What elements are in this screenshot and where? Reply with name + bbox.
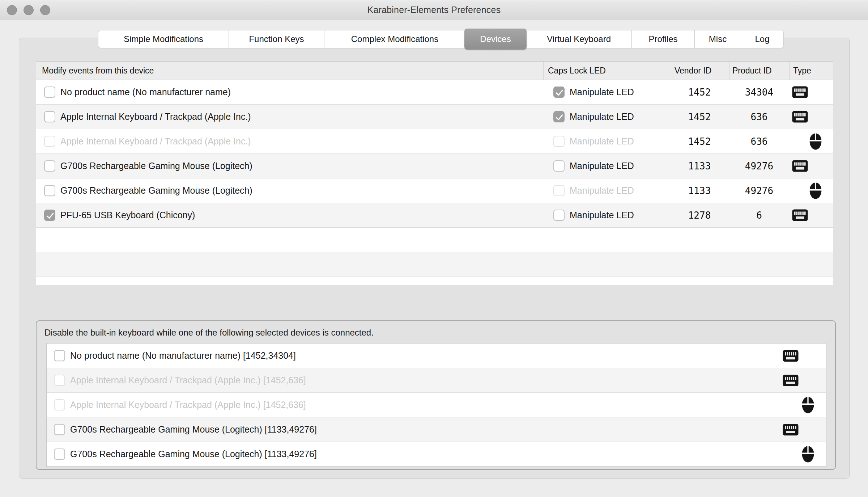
modify-events-checkbox[interactable] [44,87,55,98]
device-row: No product name (No manufacturer name) M… [36,80,833,105]
device-name-cell: No product name (No manufacturer name) [36,80,543,104]
modify-events-checkbox[interactable] [44,136,55,147]
keyboard-icon [783,374,799,386]
tab[interactable]: Profiles [631,30,694,48]
disable-device-row: G700s Rechargeable Gaming Mouse (Logitec… [47,417,826,442]
modify-events-checkbox[interactable] [44,210,55,221]
device-name: G700s Rechargeable Gaming Mouse (Logitec… [70,424,317,435]
tab-label: Complex Modifications [351,34,438,44]
device-type-cell [789,203,833,227]
manipulate-led-label: Manipulate LED [570,185,634,196]
manipulate-led-checkbox[interactable] [553,111,565,122]
keyboard-icon [792,160,808,172]
product-id-value: 34304 [729,80,789,104]
manipulate-led-label: Manipulate LED [570,111,634,122]
vendor-id-value: 1133 [670,178,729,203]
modify-events-checkbox[interactable] [44,185,55,196]
disable-device-checkbox[interactable] [54,424,65,435]
tab-label: Simple Modifications [124,34,203,44]
zoom-button[interactable] [40,5,50,15]
empty-row [36,228,833,252]
device-table: Modify events from this device Caps Lock… [36,61,833,285]
caps-lock-led-cell: Manipulate LED [543,129,670,153]
tab-label: Log [755,34,769,44]
keyboard-icon [792,86,808,98]
manipulate-led-label: Manipulate LED [570,87,634,97]
tab[interactable]: Simple Modifications [98,30,229,48]
mouse-icon [809,133,822,150]
device-name: Apple Internal Keyboard / Trackpad (Appl… [60,111,251,122]
device-table-header: Modify events from this device Caps Lock… [36,62,833,80]
column-header-modify-events: Modify events from this device [36,62,543,80]
tab-label: Function Keys [249,34,304,44]
disable-device-checkbox[interactable] [54,375,65,386]
device-name: PFU-65 USB Keyboard (Chicony) [60,210,195,220]
window-controls [7,0,50,20]
device-name: No product name (No manufacturer name) [60,87,231,97]
disable-builtin-keyboard-section: Disable the built-in keyboard while one … [36,320,836,470]
vendor-id-value: 1133 [670,154,729,178]
vendor-id-value: 1278 [670,203,729,227]
vendor-id-value: 1452 [670,80,729,104]
tab-content-panel: Modify events from this device Caps Lock… [19,38,850,479]
disable-device-checkbox[interactable] [54,350,65,361]
device-name-cell: Apple Internal Keyboard / Trackpad (Appl… [36,129,543,153]
product-id-value: 49276 [729,178,789,203]
preferences-window: Karabiner-Elements Preferences Simple Mo… [0,0,868,497]
caps-lock-led-cell: Manipulate LED [543,203,670,227]
device-row: PFU-65 USB Keyboard (Chicony) Manipulate… [36,203,833,228]
product-id-value: 636 [729,129,789,153]
manipulate-led-label: Manipulate LED [570,136,634,147]
empty-row [36,277,833,285]
mouse-icon [809,182,822,199]
device-type-cell [789,129,833,153]
device-name: G700s Rechargeable Gaming Mouse (Logitec… [60,161,252,171]
column-header-caps-lock-led: Caps Lock LED [543,62,670,80]
keyboard-icon [783,424,799,435]
device-name-cell: G700s Rechargeable Gaming Mouse (Logitec… [36,154,543,178]
tab[interactable]: Complex Modifications [324,30,465,48]
tab[interactable]: Virtual Keyboard [526,30,631,48]
device-table-body: No product name (No manufacturer name) M… [36,80,833,285]
disable-device-checkbox[interactable] [54,399,65,410]
device-type-cell [789,154,833,178]
tab[interactable]: Devices [464,29,527,50]
tab-label: Virtual Keyboard [547,34,611,44]
device-name: Apple Internal Keyboard / Trackpad (Appl… [70,375,306,386]
modify-events-checkbox[interactable] [44,111,55,122]
disable-device-checkbox[interactable] [54,448,65,460]
manipulate-led-label: Manipulate LED [570,161,634,171]
tab[interactable]: Log [741,30,783,48]
manipulate-led-label: Manipulate LED [570,210,634,220]
device-name-cell: G700s Rechargeable Gaming Mouse (Logitec… [36,178,543,203]
tab[interactable]: Misc [694,30,741,48]
minimize-button[interactable] [24,5,34,15]
tab-label: Misc [709,34,727,44]
manipulate-led-checkbox[interactable] [553,210,565,221]
disable-device-row: No product name (No manufacturer name) [… [47,344,826,368]
device-row: Apple Internal Keyboard / Trackpad (Appl… [36,129,833,154]
manipulate-led-checkbox[interactable] [553,87,565,98]
tab[interactable]: Function Keys [229,30,324,48]
device-type-cell [789,178,833,203]
device-name: Apple Internal Keyboard / Trackpad (Appl… [70,400,306,410]
manipulate-led-checkbox[interactable] [553,185,565,196]
mouse-icon [802,397,814,413]
product-id-value: 636 [729,105,789,129]
manipulate-led-checkbox[interactable] [553,160,565,172]
window-title: Karabiner-Elements Preferences [367,5,501,15]
vendor-id-value: 1452 [670,105,729,129]
product-id-value: 49276 [729,154,789,178]
modify-events-checkbox[interactable] [44,160,55,172]
tab-label: Profiles [648,34,677,44]
product-id-value: 6 [729,203,789,227]
device-name: Apple Internal Keyboard / Trackpad (Appl… [60,136,251,147]
mouse-icon [802,446,814,463]
device-type-cell [789,80,833,104]
close-button[interactable] [7,5,17,15]
titlebar: Karabiner-Elements Preferences [0,0,868,20]
keyboard-icon [783,350,799,362]
caps-lock-led-cell: Manipulate LED [543,154,670,178]
manipulate-led-checkbox[interactable] [553,136,565,147]
disable-device-table: No product name (No manufacturer name) [… [46,343,826,467]
